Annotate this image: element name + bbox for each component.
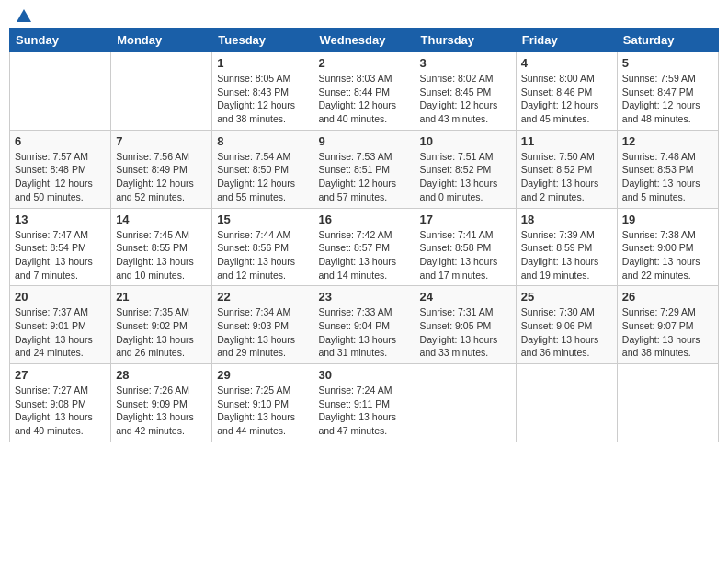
day-number: 15 bbox=[217, 213, 308, 226]
day-number: 13 bbox=[15, 213, 106, 226]
day-number: 12 bbox=[622, 134, 713, 148]
calendar-cell: 16Sunrise: 7:42 AM Sunset: 8:57 PM Dayli… bbox=[313, 208, 415, 286]
calendar-cell: 29Sunrise: 7:25 AM Sunset: 9:10 PM Dayli… bbox=[212, 364, 313, 442]
day-info: Sunrise: 7:37 AM Sunset: 9:01 PM Dayligh… bbox=[15, 305, 106, 360]
day-number: 18 bbox=[521, 213, 612, 226]
calendar-cell: 18Sunrise: 7:39 AM Sunset: 8:59 PM Dayli… bbox=[516, 208, 617, 286]
day-number: 9 bbox=[318, 134, 409, 148]
calendar-cell: 25Sunrise: 7:30 AM Sunset: 9:06 PM Dayli… bbox=[516, 286, 617, 364]
calendar-cell: 10Sunrise: 7:51 AM Sunset: 8:52 PM Dayli… bbox=[415, 130, 516, 208]
day-info: Sunrise: 7:47 AM Sunset: 8:54 PM Dayligh… bbox=[15, 228, 106, 282]
calendar-cell bbox=[516, 364, 617, 442]
day-info: Sunrise: 7:59 AM Sunset: 8:47 PM Dayligh… bbox=[622, 72, 713, 126]
day-number: 7 bbox=[116, 134, 207, 148]
calendar-cell bbox=[617, 364, 718, 442]
day-info: Sunrise: 7:41 AM Sunset: 8:58 PM Dayligh… bbox=[420, 228, 511, 282]
calendar-cell: 2Sunrise: 8:03 AM Sunset: 8:44 PM Daylig… bbox=[313, 52, 415, 131]
calendar-week-row: 6Sunrise: 7:57 AM Sunset: 8:48 PM Daylig… bbox=[10, 130, 719, 208]
day-info: Sunrise: 7:53 AM Sunset: 8:51 PM Dayligh… bbox=[318, 150, 409, 204]
weekday-header: Saturday bbox=[617, 29, 718, 52]
weekday-header: Monday bbox=[111, 29, 212, 52]
logo-blue-text bbox=[13, 9, 31, 22]
calendar-cell: 7Sunrise: 7:56 AM Sunset: 8:49 PM Daylig… bbox=[111, 130, 212, 208]
weekday-header: Friday bbox=[516, 29, 617, 52]
weekday-header: Sunday bbox=[10, 29, 111, 52]
day-info: Sunrise: 8:02 AM Sunset: 8:45 PM Dayligh… bbox=[420, 72, 511, 126]
calendar-cell bbox=[415, 364, 516, 442]
day-number: 30 bbox=[318, 368, 409, 382]
day-number: 21 bbox=[116, 290, 207, 304]
calendar-cell: 30Sunrise: 7:24 AM Sunset: 9:11 PM Dayli… bbox=[313, 364, 415, 442]
day-info: Sunrise: 7:42 AM Sunset: 8:57 PM Dayligh… bbox=[318, 228, 409, 282]
calendar-cell: 5Sunrise: 7:59 AM Sunset: 8:47 PM Daylig… bbox=[617, 52, 718, 131]
calendar-cell: 20Sunrise: 7:37 AM Sunset: 9:01 PM Dayli… bbox=[10, 286, 111, 364]
day-number: 25 bbox=[521, 290, 612, 304]
day-info: Sunrise: 7:54 AM Sunset: 8:50 PM Dayligh… bbox=[217, 150, 308, 204]
day-number: 19 bbox=[622, 213, 713, 226]
day-number: 16 bbox=[318, 213, 409, 226]
calendar-cell: 23Sunrise: 7:33 AM Sunset: 9:04 PM Dayli… bbox=[313, 286, 415, 364]
calendar-week-row: 27Sunrise: 7:27 AM Sunset: 9:08 PM Dayli… bbox=[10, 364, 719, 442]
calendar-cell: 8Sunrise: 7:54 AM Sunset: 8:50 PM Daylig… bbox=[212, 130, 313, 208]
day-number: 8 bbox=[217, 134, 308, 148]
calendar-cell: 12Sunrise: 7:48 AM Sunset: 8:53 PM Dayli… bbox=[617, 130, 718, 208]
day-info: Sunrise: 7:38 AM Sunset: 9:00 PM Dayligh… bbox=[622, 228, 713, 282]
day-number: 23 bbox=[318, 290, 409, 304]
day-info: Sunrise: 8:03 AM Sunset: 8:44 PM Dayligh… bbox=[318, 72, 409, 126]
calendar-cell: 14Sunrise: 7:45 AM Sunset: 8:55 PM Dayli… bbox=[111, 208, 212, 286]
day-number: 22 bbox=[217, 290, 308, 304]
calendar-cell: 13Sunrise: 7:47 AM Sunset: 8:54 PM Dayli… bbox=[10, 208, 111, 286]
day-number: 26 bbox=[622, 290, 713, 304]
day-info: Sunrise: 7:31 AM Sunset: 9:05 PM Dayligh… bbox=[420, 305, 511, 360]
weekday-header: Tuesday bbox=[212, 29, 313, 52]
calendar-cell: 1Sunrise: 8:05 AM Sunset: 8:43 PM Daylig… bbox=[212, 52, 313, 131]
day-number: 29 bbox=[217, 368, 308, 382]
logo bbox=[13, 9, 31, 22]
day-info: Sunrise: 7:27 AM Sunset: 9:08 PM Dayligh… bbox=[15, 384, 106, 438]
weekday-header: Wednesday bbox=[313, 29, 415, 52]
calendar-cell: 17Sunrise: 7:41 AM Sunset: 8:58 PM Dayli… bbox=[415, 208, 516, 286]
day-number: 28 bbox=[116, 368, 207, 382]
calendar-cell bbox=[111, 52, 212, 131]
day-info: Sunrise: 7:51 AM Sunset: 8:52 PM Dayligh… bbox=[420, 150, 511, 204]
day-info: Sunrise: 8:05 AM Sunset: 8:43 PM Dayligh… bbox=[217, 72, 308, 126]
day-info: Sunrise: 7:33 AM Sunset: 9:04 PM Dayligh… bbox=[318, 305, 409, 360]
calendar-week-row: 1Sunrise: 8:05 AM Sunset: 8:43 PM Daylig… bbox=[10, 52, 719, 131]
day-info: Sunrise: 7:35 AM Sunset: 9:02 PM Dayligh… bbox=[116, 305, 207, 360]
day-number: 4 bbox=[521, 56, 612, 70]
day-info: Sunrise: 7:26 AM Sunset: 9:09 PM Dayligh… bbox=[116, 384, 207, 438]
calendar-cell: 4Sunrise: 8:00 AM Sunset: 8:46 PM Daylig… bbox=[516, 52, 617, 131]
calendar-cell bbox=[10, 52, 111, 131]
day-info: Sunrise: 7:25 AM Sunset: 9:10 PM Dayligh… bbox=[217, 384, 308, 438]
day-number: 17 bbox=[420, 213, 511, 226]
day-info: Sunrise: 7:56 AM Sunset: 8:49 PM Dayligh… bbox=[116, 150, 207, 204]
calendar-cell: 15Sunrise: 7:44 AM Sunset: 8:56 PM Dayli… bbox=[212, 208, 313, 286]
day-info: Sunrise: 7:48 AM Sunset: 8:53 PM Dayligh… bbox=[622, 150, 713, 204]
day-info: Sunrise: 7:50 AM Sunset: 8:52 PM Dayligh… bbox=[521, 150, 612, 204]
day-info: Sunrise: 7:24 AM Sunset: 9:11 PM Dayligh… bbox=[318, 384, 409, 438]
calendar-cell: 11Sunrise: 7:50 AM Sunset: 8:52 PM Dayli… bbox=[516, 130, 617, 208]
calendar-cell: 22Sunrise: 7:34 AM Sunset: 9:03 PM Dayli… bbox=[212, 286, 313, 364]
day-number: 3 bbox=[420, 56, 511, 70]
day-info: Sunrise: 7:39 AM Sunset: 8:59 PM Dayligh… bbox=[521, 228, 612, 282]
calendar-table: SundayMondayTuesdayWednesdayThursdayFrid… bbox=[9, 28, 719, 442]
calendar-cell: 19Sunrise: 7:38 AM Sunset: 9:00 PM Dayli… bbox=[617, 208, 718, 286]
logo-triangle-icon bbox=[17, 9, 31, 22]
day-number: 6 bbox=[15, 134, 106, 148]
calendar-cell: 3Sunrise: 8:02 AM Sunset: 8:45 PM Daylig… bbox=[415, 52, 516, 131]
day-number: 2 bbox=[318, 56, 409, 70]
calendar-cell: 21Sunrise: 7:35 AM Sunset: 9:02 PM Dayli… bbox=[111, 286, 212, 364]
day-info: Sunrise: 7:57 AM Sunset: 8:48 PM Dayligh… bbox=[15, 150, 106, 204]
day-number: 1 bbox=[217, 56, 308, 70]
day-number: 20 bbox=[15, 290, 106, 304]
calendar-cell: 28Sunrise: 7:26 AM Sunset: 9:09 PM Dayli… bbox=[111, 364, 212, 442]
day-number: 14 bbox=[116, 213, 207, 226]
calendar-cell: 9Sunrise: 7:53 AM Sunset: 8:51 PM Daylig… bbox=[313, 130, 415, 208]
calendar-cell: 27Sunrise: 7:27 AM Sunset: 9:08 PM Dayli… bbox=[10, 364, 111, 442]
day-number: 11 bbox=[521, 134, 612, 148]
calendar-cell: 6Sunrise: 7:57 AM Sunset: 8:48 PM Daylig… bbox=[10, 130, 111, 208]
calendar-week-row: 13Sunrise: 7:47 AM Sunset: 8:54 PM Dayli… bbox=[10, 208, 719, 286]
day-info: Sunrise: 7:29 AM Sunset: 9:07 PM Dayligh… bbox=[622, 305, 713, 360]
day-info: Sunrise: 7:45 AM Sunset: 8:55 PM Dayligh… bbox=[116, 228, 207, 282]
day-info: Sunrise: 7:34 AM Sunset: 9:03 PM Dayligh… bbox=[217, 305, 308, 360]
